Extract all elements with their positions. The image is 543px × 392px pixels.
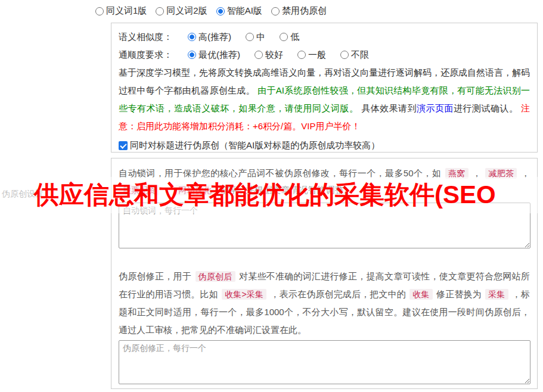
radio-icon xyxy=(188,51,196,59)
ai-description-paragraph: 基于深度学习模型，先将原文转换成高维语义向量，再对语义向量进行逐词解码，还原成自… xyxy=(119,64,530,135)
ai-settings-panel: 语义相似度： 高(推荐) 中 低 通顺度要求： 最优(推荐) 较好 一般 xyxy=(111,23,538,153)
semantic-similarity-row: 语义相似度： 高(推荐) 中 低 xyxy=(119,28,530,46)
text-segment: ，表示在伪原创完成后，把文中的 xyxy=(268,289,408,299)
radio-label: 最优(推荐) xyxy=(198,49,240,61)
fluency-row: 通顺度要求： 最优(推荐) 较好 一般 不限 xyxy=(119,46,530,64)
corrections-description: 伪原创修正，用于 伪原创后 对某些不准确的词汇进行修正，提高文章可读性，使文章更… xyxy=(119,267,530,339)
keyword-chip: 伪原创后 xyxy=(196,271,235,282)
keyword-chip: 收集 xyxy=(409,289,432,300)
corrections-textarea[interactable] xyxy=(119,340,530,384)
radio-icon xyxy=(246,33,254,41)
radio-smart-ai[interactable]: 智能AI版 xyxy=(216,5,262,17)
radio-disable-pseudo-original[interactable]: 禁用伪原创 xyxy=(271,5,327,17)
radio-label: 低 xyxy=(290,32,299,43)
radio-icon xyxy=(280,33,288,41)
radio-label: 中 xyxy=(256,32,265,43)
demo-page-link[interactable]: 演示页面 xyxy=(417,103,454,113)
radio-fluency-normal[interactable]: 一般 xyxy=(297,49,326,61)
radio-icon xyxy=(340,51,349,59)
radio-fluency-unlimited[interactable]: 不限 xyxy=(340,49,369,61)
text-segment: 伪原创修正，用于 xyxy=(119,271,194,281)
checkbox-label: 同时对标题进行伪原创（智能AI版对标题的伪原创成功率较高） xyxy=(130,140,380,151)
radio-similarity-high[interactable]: 高(推荐) xyxy=(188,32,231,43)
radio-label: 一般 xyxy=(308,49,326,61)
radio-icon xyxy=(188,33,196,41)
radio-label: 同义词1版 xyxy=(106,5,147,17)
radio-similarity-low[interactable]: 低 xyxy=(280,32,299,43)
text-segment: 修正替换为 xyxy=(434,289,485,299)
radio-icon xyxy=(297,51,306,59)
semantic-similarity-label: 语义相似度： xyxy=(119,32,172,43)
radio-label: 禁用伪原创 xyxy=(282,5,327,17)
text-segment: 进行测试确认。 xyxy=(454,103,521,113)
fluency-label: 通顺度要求： xyxy=(119,49,172,61)
keyword-chip: 收集>采集 xyxy=(222,289,266,300)
radio-icon xyxy=(255,51,263,59)
text-segment: 具体效果请到 xyxy=(359,103,417,113)
checkbox-icon xyxy=(119,141,128,150)
radio-similarity-medium[interactable]: 中 xyxy=(246,32,265,43)
radio-fluency-best[interactable]: 最优(推荐) xyxy=(188,49,240,61)
radio-icon xyxy=(95,7,104,15)
radio-icon xyxy=(156,7,164,15)
radio-icon xyxy=(271,7,280,15)
radio-label: 不限 xyxy=(351,49,369,61)
radio-label: 较好 xyxy=(265,49,283,61)
radio-label: 高(推荐) xyxy=(198,32,231,43)
radio-label: 智能AI版 xyxy=(227,5,262,17)
pseudo-original-mode-group: 同义词1版 同义词2版 智能AI版 禁用伪原创 xyxy=(95,5,327,17)
radio-label: 同义词2版 xyxy=(166,5,207,17)
radio-synonym-v2[interactable]: 同义词2版 xyxy=(156,5,207,17)
radio-icon xyxy=(216,7,225,15)
watermark-text: 供应信息和文章都能优化的采集软件(SEO xyxy=(34,178,496,211)
title-pseudo-original-checkbox[interactable]: 同时对标题进行伪原创（智能AI版对标题的伪原创成功率较高） xyxy=(119,137,530,154)
radio-synonym-v1[interactable]: 同义词1版 xyxy=(95,5,147,17)
keyword-chip: 采集 xyxy=(485,289,508,300)
radio-fluency-good[interactable]: 较好 xyxy=(255,49,283,61)
